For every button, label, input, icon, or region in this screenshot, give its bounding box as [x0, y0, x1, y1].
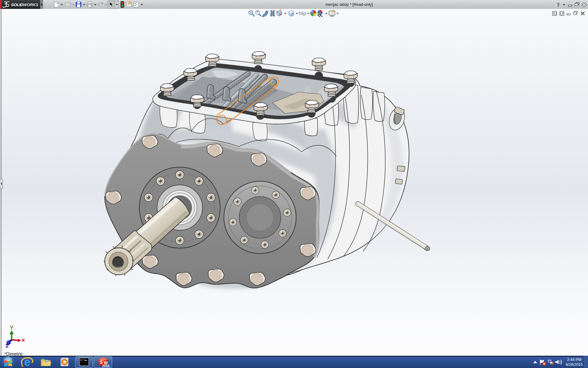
svg-text:menjac sklop * [Read-only]: menjac sklop * [Read-only] — [326, 2, 373, 7]
svg-text:*Dimetric: *Dimetric — [4, 351, 23, 356]
svg-text:C:\: C:\ — [80, 359, 85, 362]
svg-text:2015: 2015 — [102, 364, 110, 368]
svg-text:6/26/2015: 6/26/2015 — [566, 362, 583, 367]
svg-text:2:44 PM: 2:44 PM — [567, 358, 582, 362]
svg-text:SOLIDWORKS: SOLIDWORKS — [11, 2, 38, 7]
svg-text:?: ? — [557, 2, 560, 8]
